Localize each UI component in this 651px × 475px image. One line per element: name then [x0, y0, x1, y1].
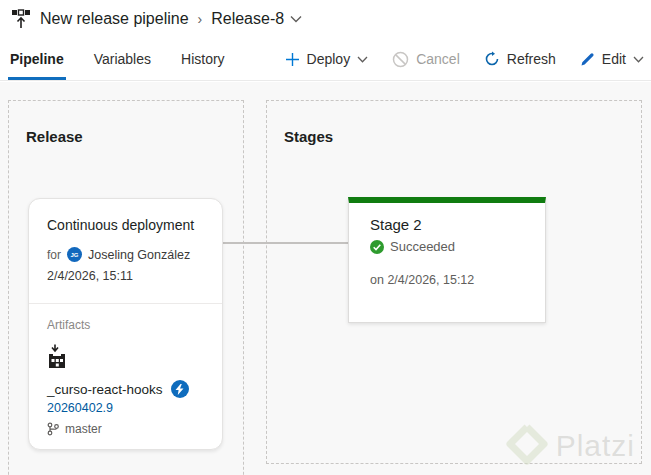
artifact-version-link[interactable]: 20260402.9 [47, 401, 206, 415]
chevron-down-icon [633, 56, 644, 63]
breadcrumb-separator: › [198, 11, 203, 27]
release-pipeline-icon [9, 7, 33, 31]
release-timestamp: 2/4/2026, 15:11 [47, 269, 206, 283]
stages-panel-title: Stages [267, 101, 641, 145]
stage-name: Stage 2 [370, 216, 529, 233]
tab-variables[interactable]: Variables [92, 38, 153, 80]
app-header: New release pipeline › Release-8 [0, 0, 651, 38]
tab-bar: Pipeline Variables History [8, 38, 253, 80]
artifacts-label: Artifacts [47, 318, 206, 332]
release-panel-title: Release [9, 101, 243, 145]
deploy-button[interactable]: Deploy [273, 46, 381, 72]
stage-timestamp: on 2/4/2026, 15:12 [370, 273, 529, 287]
release-card[interactable]: Continuous deployment for JG Joseling Go… [28, 198, 223, 450]
refresh-button[interactable]: Refresh [472, 46, 568, 72]
stage-card[interactable]: Stage 2 Succeeded on 2/4/2026, 15:12 [348, 197, 546, 323]
chevron-down-icon [357, 56, 368, 63]
build-artifact-icon [47, 344, 206, 374]
continuous-deployment-trigger-icon [171, 380, 189, 398]
edit-button[interactable]: Edit [568, 46, 651, 72]
tab-history[interactable]: History [179, 38, 227, 80]
success-check-icon [370, 240, 384, 254]
plus-icon [285, 52, 300, 67]
author-name: Joseling González [88, 248, 190, 262]
chevron-down-icon [290, 15, 302, 23]
branch-name: master [65, 422, 102, 436]
toolbar: Pipeline Variables History Deploy Cancel… [0, 38, 651, 81]
release-pipeline-screen: New release pipeline › Release-8 Pipelin… [0, 0, 651, 475]
pipeline-name[interactable]: New release pipeline [40, 10, 189, 28]
for-label: for [47, 248, 61, 262]
release-name: Release-8 [211, 10, 284, 28]
pencil-icon [580, 52, 595, 67]
block-icon [392, 51, 409, 68]
artifact-name: _curso-react-hooks [47, 382, 163, 397]
avatar: JG [67, 247, 82, 262]
git-branch-icon [47, 422, 59, 436]
tab-pipeline[interactable]: Pipeline [8, 38, 66, 80]
release-card-title: Continuous deployment [47, 217, 206, 233]
pipeline-connector-line [223, 242, 349, 244]
stage-status: Succeeded [390, 239, 455, 254]
release-selector[interactable]: Release-8 [211, 10, 302, 28]
cancel-button: Cancel [380, 46, 472, 73]
pipeline-canvas: Release Stages Continuous deployment for… [0, 82, 651, 475]
refresh-icon [484, 51, 500, 67]
